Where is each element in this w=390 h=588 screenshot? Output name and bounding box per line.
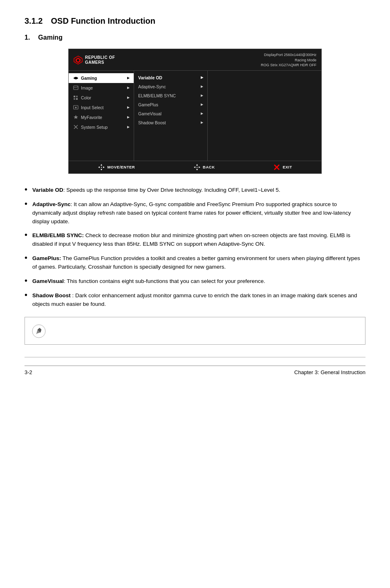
- osd-submenu-item[interactable]: Adaptive-Sync ▶: [134, 82, 207, 91]
- submenu-item-label: GameVisual: [138, 111, 161, 116]
- bullet-text: Adaptive-Sync: It can allow an Adaptive-…: [32, 200, 365, 226]
- osd-logo-text: REPUBLIC OF GAMERS: [85, 55, 115, 65]
- menu-item-label: Image: [81, 85, 93, 90]
- svg-marker-15: [98, 166, 100, 168]
- svg-rect-7: [76, 98, 78, 100]
- svg-marker-21: [199, 166, 200, 168]
- osd-submenu-item[interactable]: Shadow Boost ▶: [134, 118, 207, 127]
- note-box: [25, 317, 365, 345]
- svg-marker-13: [101, 164, 102, 166]
- svg-rect-17: [101, 167, 102, 168]
- osd-menu-column: Gaming ▶ Image ▶ Color ▶ Input Select ▶ …: [69, 71, 134, 161]
- osd-body: Gaming ▶ Image ▶ Color ▶ Input Select ▶ …: [69, 71, 321, 161]
- svg-marker-20: [194, 166, 195, 168]
- section-title: 3.1.2 OSD Function Introduction: [25, 16, 365, 26]
- menu-item-icon: [73, 85, 78, 91]
- svg-rect-5: [76, 96, 78, 97]
- menu-item-label: Color: [81, 95, 91, 100]
- osd-info: DisplayPort 2560x1440@300Hz Racing Mode …: [261, 52, 316, 68]
- section-number: 3.1.2: [25, 16, 43, 26]
- chapter-label: Chapter 3: General Instruction: [294, 369, 365, 375]
- bullet-text: Variable OD: Speeds up the response time…: [32, 186, 280, 195]
- osd-display: REPUBLIC OF GAMERS DisplayPort 2560x1440…: [68, 49, 322, 174]
- menu-item-icon: [73, 105, 78, 110]
- bullet-item: • GameVisual: This function contains eig…: [25, 277, 365, 286]
- osd-submenu-column: Variable OD ▶ Adaptive-Sync ▶ ELMB/ELMB …: [134, 71, 208, 161]
- osd-submenu-item[interactable]: GameVisual ▶: [134, 109, 207, 118]
- footer-back: BACK: [193, 164, 215, 171]
- arrow-right-icon: ▶: [127, 125, 130, 129]
- osd-menu-item[interactable]: Input Select ▶: [69, 103, 134, 112]
- submenu-item-label: Adaptive-Sync: [138, 84, 166, 89]
- osd-menu-item[interactable]: System Setup ▶: [69, 122, 134, 132]
- sub-heading: 1. Gaming: [25, 34, 365, 41]
- bullet-text: ELMB/ELMB SYNC: Check to decrease motion…: [32, 231, 365, 249]
- osd-logo: REPUBLIC OF GAMERS: [74, 55, 115, 65]
- submenu-arrow-icon: ▶: [201, 76, 203, 79]
- bullet-text: GameVisual: This function contains eight…: [32, 277, 265, 286]
- arrow-right-icon: ▶: [127, 105, 130, 109]
- bullet-text: GamePlus: The GamePlus Function provides…: [32, 254, 365, 272]
- menu-item-icon: [73, 75, 78, 81]
- menu-item-icon: [73, 95, 78, 101]
- note-pencil-icon: [31, 324, 46, 339]
- sub-title: Gaming: [38, 34, 63, 41]
- section-heading: OSD Function Introduction: [51, 16, 155, 26]
- bullet-dot: •: [25, 254, 27, 262]
- svg-marker-16: [103, 166, 105, 168]
- osd-menu-item[interactable]: Gaming ▶: [69, 73, 134, 83]
- back-icon: [193, 164, 201, 171]
- svg-rect-22: [197, 167, 197, 168]
- menu-item-label: Input Select: [81, 105, 103, 110]
- submenu-arrow-icon: ▶: [201, 85, 203, 88]
- svg-point-9: [75, 107, 76, 108]
- osd-menu-item[interactable]: MyFavorite ▶: [69, 112, 134, 122]
- menu-item-label: MyFavorite: [81, 115, 102, 120]
- bullet-list: • Variable OD: Speeds up the response ti…: [25, 186, 365, 309]
- bullet-dot: •: [25, 276, 27, 285]
- osd-value-column: [208, 71, 321, 161]
- osd-footer: MOVE/ENTER BACK EXIT: [69, 161, 321, 173]
- footer-exit: EXIT: [273, 164, 292, 171]
- move-enter-icon: [98, 164, 105, 171]
- bullet-dot: •: [25, 200, 27, 208]
- svg-marker-10: [74, 115, 78, 119]
- page-footer: 3-2 Chapter 3: General Instruction: [25, 366, 365, 375]
- bullet-item: • GamePlus: The GamePlus Function provid…: [25, 254, 365, 272]
- footer-move-enter: MOVE/ENTER: [98, 164, 135, 171]
- osd-menu-item[interactable]: Color ▶: [69, 93, 134, 103]
- bullet-text: Shadow Boost : Dark color enhancement ad…: [32, 292, 365, 309]
- submenu-arrow-icon: ▶: [201, 94, 203, 97]
- submenu-item-label: Shadow Boost: [138, 120, 166, 125]
- submenu-item-label: GamePlus: [138, 102, 158, 107]
- submenu-arrow-icon: ▶: [201, 103, 203, 106]
- menu-item-label: Gaming: [81, 76, 97, 81]
- osd-submenu-item[interactable]: Variable OD ▶: [134, 73, 207, 82]
- sub-number: 1.: [25, 34, 30, 41]
- bullet-dot: •: [25, 185, 27, 193]
- osd-menu-item[interactable]: Image ▶: [69, 83, 134, 93]
- bullet-item: • Adaptive-Sync: It can allow an Adaptiv…: [25, 200, 365, 226]
- bullet-item: • Shadow Boost : Dark color enhancement …: [25, 292, 365, 309]
- arrow-right-icon: ▶: [127, 96, 130, 99]
- arrow-right-icon: ▶: [127, 86, 130, 90]
- rog-icon: [74, 56, 83, 65]
- bullet-dot: •: [25, 291, 27, 299]
- page-divider: [25, 357, 365, 357]
- submenu-arrow-icon: ▶: [201, 121, 203, 124]
- submenu-item-label: Variable OD: [138, 75, 162, 80]
- exit-icon: [273, 164, 280, 171]
- bullet-dot: •: [25, 231, 27, 239]
- bullet-item: • Variable OD: Speeds up the response ti…: [25, 186, 365, 195]
- menu-item-label: System Setup: [81, 125, 108, 130]
- osd-header: REPUBLIC OF GAMERS DisplayPort 2560x1440…: [69, 49, 321, 71]
- arrow-right-icon: ▶: [127, 76, 130, 80]
- submenu-item-label: ELMB/ELMB SYNC: [138, 93, 176, 98]
- submenu-arrow-icon: ▶: [201, 112, 203, 115]
- osd-submenu-item[interactable]: GamePlus ▶: [134, 100, 207, 109]
- menu-item-icon: [73, 124, 78, 130]
- osd-submenu-item[interactable]: ELMB/ELMB SYNC ▶: [134, 91, 207, 100]
- svg-marker-14: [101, 169, 102, 171]
- bullet-item: • ELMB/ELMB SYNC: Check to decrease moti…: [25, 231, 365, 249]
- svg-rect-6: [74, 98, 75, 100]
